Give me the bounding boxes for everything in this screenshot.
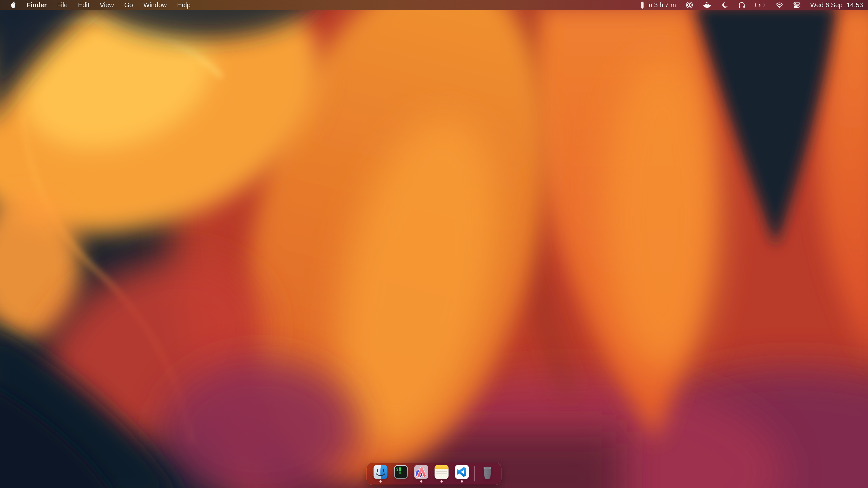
battery-menu-item[interactable]	[755, 2, 766, 7]
notes-icon	[434, 465, 449, 479]
battery-charging-icon	[755, 2, 766, 7]
dock-item-notes[interactable]	[434, 463, 449, 485]
calendar-event-bar-icon	[641, 2, 644, 8]
menu-bar-status-area: in 3 h 7 m	[641, 1, 868, 9]
clock-time: 14:53	[846, 1, 863, 9]
finder-icon	[373, 465, 388, 479]
a-app-icon	[414, 465, 429, 479]
1password-icon	[686, 1, 693, 8]
dock-item-vscode[interactable]	[455, 463, 469, 485]
focus-moon-icon	[721, 2, 728, 8]
menu-item-file[interactable]: File	[57, 1, 68, 9]
running-indicator-finder	[379, 480, 382, 483]
dock-separator	[474, 466, 475, 482]
menu-item-go[interactable]: Go	[124, 1, 133, 9]
menu-item-edit[interactable]: Edit	[78, 1, 89, 9]
trash-icon	[480, 465, 495, 479]
control-center-menu-item[interactable]	[793, 2, 800, 8]
running-indicator-vscode	[461, 480, 463, 483]
terminal-icon: $	[394, 465, 408, 479]
menu-bar: Finder File Edit View Go Window Help in …	[0, 0, 868, 10]
vscode-icon	[455, 465, 469, 479]
menu-item-window[interactable]: Window	[143, 1, 166, 9]
dock-item-terminal[interactable]: $	[394, 463, 408, 485]
desktop-wallpaper	[0, 0, 868, 488]
menu-bar-clock[interactable]: Wed 6 Sep 14:53	[810, 1, 863, 9]
running-indicator-notes	[440, 480, 443, 483]
apple-menu[interactable]	[10, 2, 16, 8]
menu-item-help[interactable]: Help	[177, 1, 191, 9]
headphones-icon	[738, 2, 745, 8]
docker-icon	[703, 2, 712, 8]
dock-item-trash[interactable]	[480, 463, 495, 485]
menu-item-view[interactable]: View	[100, 1, 114, 9]
wifi-menu-item[interactable]	[776, 2, 783, 8]
audio-output-menu-item[interactable]	[738, 2, 745, 8]
menu-bar-left: Finder File Edit View Go Window Help	[0, 1, 191, 9]
event-timer-status[interactable]: in 3 h 7 m	[641, 1, 676, 9]
event-timer-label: in 3 h 7 m	[647, 1, 676, 9]
menu-item-active-app[interactable]: Finder	[27, 1, 47, 9]
dock-item-a-app[interactable]	[414, 463, 429, 485]
control-center-icon	[793, 2, 800, 8]
1password-menu-item[interactable]	[686, 1, 693, 8]
terminal-prompt-glyph: $	[396, 467, 399, 471]
focus-menu-item[interactable]	[721, 2, 728, 8]
dock: $	[367, 463, 502, 485]
docker-menu-item[interactable]	[703, 2, 712, 8]
dock-item-finder[interactable]	[373, 463, 388, 485]
apple-logo-icon	[10, 2, 16, 8]
running-indicator-a-app	[420, 480, 423, 483]
clock-date: Wed 6 Sep	[810, 1, 842, 9]
wifi-icon	[776, 2, 783, 8]
